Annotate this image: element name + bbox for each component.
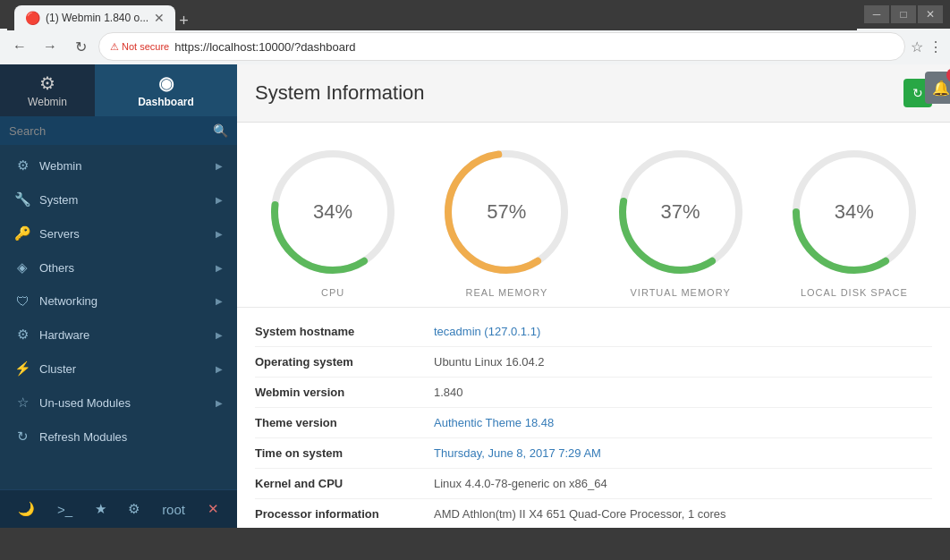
favorites-button[interactable]: ★: [91, 497, 110, 521]
table-row: Processor information AMD Athlon(tm) II …: [255, 499, 932, 528]
webmin-nav-icon: ⚙: [14, 157, 30, 174]
close-button[interactable]: ✕: [918, 5, 943, 23]
sidebar-header: ⚙ Webmin ◉ Dashboard: [0, 64, 237, 116]
chevron-right-icon: ▶: [216, 398, 223, 408]
info-value[interactable]: tecadmin (127.0.1.1): [434, 325, 540, 338]
table-row: Webmin version 1.840: [255, 378, 932, 408]
notification-area: 🔔 1: [925, 72, 950, 104]
new-tab-button[interactable]: +: [179, 12, 189, 30]
sidebar-dashboard-btn[interactable]: ◉ Dashboard: [95, 64, 237, 116]
system-nav-icon: 🔧: [14, 191, 30, 208]
sidebar-item-refresh-modules[interactable]: ↻ Refresh Modules: [0, 420, 237, 454]
sidebar-item-servers[interactable]: 🔑 Servers ▶: [0, 216, 237, 250]
virtual-memory-gauge-label: VIRTUAL MEMORY: [600, 287, 761, 298]
sidebar-item-label: Cluster: [39, 362, 207, 376]
hardware-nav-icon: ⚙: [14, 327, 30, 343]
table-row: Theme version Authentic Theme 18.48: [255, 408, 932, 438]
menu-button[interactable]: ⋮: [929, 38, 943, 55]
table-row: Kernel and CPU Linux 4.4.0-78-generic on…: [255, 469, 932, 499]
info-value: AMD Athlon(tm) II X4 651 Quad-Core Proce…: [434, 507, 726, 521]
chevron-right-icon: ▶: [216, 364, 223, 374]
sidebar-item-unused-modules[interactable]: ☆ Un-used Modules ▶: [0, 386, 237, 420]
maximize-button[interactable]: □: [891, 5, 916, 23]
info-value: Linux 4.4.0-78-generic on x86_64: [434, 477, 607, 490]
main-content: System Information ↻ 🔔 1: [237, 64, 950, 528]
chevron-right-icon: ▶: [216, 161, 223, 171]
sidebar-item-label: System: [39, 193, 207, 207]
info-label: Time on system: [255, 446, 434, 460]
theme-toggle-button[interactable]: 🌙: [14, 497, 38, 521]
table-row: Time on system Thursday, June 8, 2017 7:…: [255, 438, 932, 469]
chevron-right-icon: ▶: [216, 229, 223, 239]
logout-button[interactable]: ✕: [204, 497, 223, 521]
sidebar-nav: ⚙ Webmin ▶ 🔧 System ▶ 🔑 Servers ▶ ◈ Othe…: [0, 145, 237, 489]
browser-tab[interactable]: 🔴 (1) Webmin 1.840 o... ✕: [14, 5, 175, 30]
info-label: Processor information: [255, 507, 434, 521]
sidebar-search-bar: 🔍: [0, 116, 237, 145]
cpu-gauge-wrapper: 34%: [261, 140, 404, 284]
sidebar-item-label: Refresh Modules: [39, 430, 223, 444]
sidebar-footer: 🌙 >_ ★ ⚙ root ✕: [0, 489, 237, 528]
sidebar-item-networking[interactable]: 🛡 Networking ▶: [0, 284, 237, 318]
real-memory-gauge-value: 57%: [487, 200, 526, 224]
bookmark-button[interactable]: ☆: [911, 38, 923, 55]
sidebar-item-label: Un-used Modules: [39, 396, 207, 410]
info-value[interactable]: Thursday, June 8, 2017 7:29 AM: [434, 446, 601, 460]
sidebar-item-cluster[interactable]: ⚡ Cluster ▶: [0, 352, 237, 386]
tab-bar: 🔴 (1) Webmin 1.840 o... ✕ +: [7, 0, 857, 30]
tab-close-btn[interactable]: ✕: [154, 11, 165, 25]
virtual-memory-gauge-value: 37%: [661, 200, 700, 224]
address-bar[interactable]: ⚠ Not secure https://localhost:10000/?da…: [98, 32, 905, 61]
real-memory-gauge: 57% REAL MEMORY: [426, 140, 587, 298]
browser-chrome: 🔴 (1) Webmin 1.840 o... ✕ + ─ □ ✕ ← → ↻ …: [0, 0, 950, 64]
real-memory-gauge-wrapper: 57%: [435, 140, 578, 284]
sidebar-item-label: Webmin: [39, 159, 207, 173]
info-label: Kernel and CPU: [255, 477, 434, 490]
dashboard-label: Dashboard: [138, 96, 194, 108]
info-value[interactable]: Authentic Theme 18.48: [434, 416, 554, 429]
cpu-gauge-value: 34%: [313, 200, 352, 224]
chevron-right-icon: ▶: [216, 263, 223, 273]
info-label: System hostname: [255, 325, 434, 338]
user-label: root: [158, 498, 189, 521]
sidebar: ⚙ Webmin ◉ Dashboard 🔍 ⚙ Webmin ▶ 🔧 Syst…: [0, 64, 237, 528]
unused-modules-nav-icon: ☆: [14, 395, 30, 411]
table-row: System hostname tecadmin (127.0.1.1): [255, 317, 932, 347]
info-value: Ubuntu Linux 16.04.2: [434, 355, 545, 369]
cpu-gauge: 34% CPU: [252, 140, 413, 298]
sidebar-item-system[interactable]: 🔧 System ▶: [0, 182, 237, 216]
servers-nav-icon: 🔑: [14, 225, 30, 242]
page-title: System Information: [255, 81, 425, 105]
bell-wrapper: 🔔 1: [925, 72, 950, 104]
search-input[interactable]: [9, 124, 208, 138]
terminal-button[interactable]: >_: [54, 498, 76, 521]
cpu-gauge-label: CPU: [252, 287, 413, 298]
chevron-right-icon: ▶: [216, 296, 223, 306]
back-button[interactable]: ←: [7, 34, 32, 59]
tab-title: (1) Webmin 1.840 o...: [46, 12, 148, 24]
minimize-button[interactable]: ─: [864, 5, 889, 23]
sidebar-item-hardware[interactable]: ⚙ Hardware ▶: [0, 318, 237, 352]
sidebar-item-label: Others: [39, 261, 207, 275]
gauges-section: 34% CPU 57% REAL MEMORY: [237, 123, 950, 308]
window-controls: ─ □ ✕: [864, 5, 943, 23]
reload-button[interactable]: ↻: [68, 34, 93, 59]
sidebar-item-webmin[interactable]: ⚙ Webmin ▶: [0, 148, 237, 182]
webmin-label: Webmin: [28, 96, 67, 108]
chevron-right-icon: ▶: [216, 195, 223, 205]
virtual-memory-gauge-wrapper: 37%: [609, 140, 752, 284]
forward-button[interactable]: →: [38, 34, 63, 59]
sidebar-item-others[interactable]: ◈ Others ▶: [0, 250, 237, 284]
app-layout: ⚙ Webmin ◉ Dashboard 🔍 ⚙ Webmin ▶ 🔧 Syst…: [0, 64, 950, 528]
info-label: Theme version: [255, 416, 434, 429]
local-disk-gauge-value: 34%: [835, 200, 874, 224]
chevron-right-icon: ▶: [216, 330, 223, 340]
others-nav-icon: ◈: [14, 259, 30, 276]
local-disk-gauge: 34% LOCAL DISK SPACE: [774, 140, 935, 298]
content-wrapper: System Information ↻ 🔔 1: [237, 64, 950, 528]
settings-button[interactable]: ⚙: [124, 497, 143, 521]
sidebar-item-label: Servers: [39, 227, 207, 241]
webmin-icon: ⚙: [39, 72, 55, 94]
sidebar-webmin-btn[interactable]: ⚙ Webmin: [0, 64, 95, 116]
tab-favicon: 🔴: [25, 11, 40, 25]
